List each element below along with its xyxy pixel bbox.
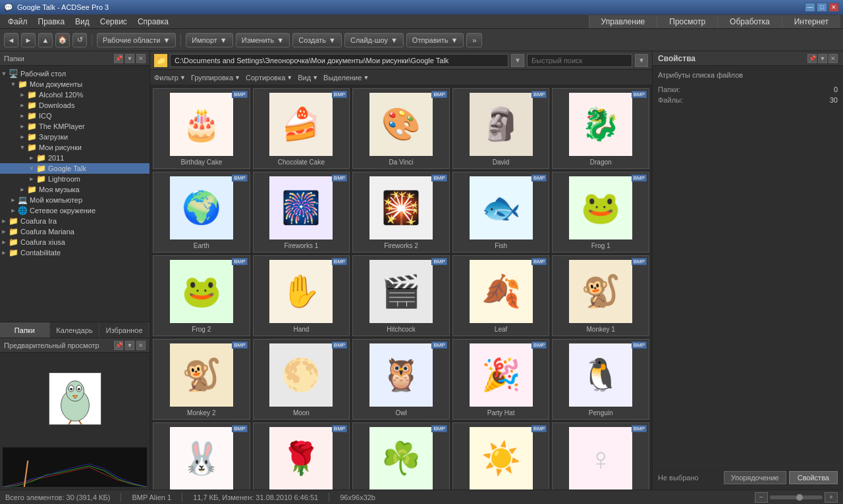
- grid-item[interactable]: BMP 🐧 Penguin: [552, 339, 649, 420]
- preview-pin-button[interactable]: 📌: [114, 341, 123, 350]
- tree-item[interactable]: ► 📁 2011: [0, 153, 150, 163]
- search-button[interactable]: ▼: [635, 54, 648, 67]
- close-button[interactable]: ✕: [829, 3, 839, 12]
- grid-item[interactable]: BMP 🐒 Monkey 2: [153, 339, 250, 420]
- tree-item[interactable]: ► 📁 Alcohol 120%: [0, 89, 150, 100]
- tree-item[interactable]: ► 📁 Lightroom: [0, 174, 150, 184]
- grid-item[interactable]: BMP 🐒 Monkey 1: [552, 255, 649, 336]
- grid-item[interactable]: BMP 🎇 Fireworks 2: [352, 172, 450, 253]
- grid-item[interactable]: BMP 🌹 Rose: [253, 422, 350, 490]
- maximize-button[interactable]: □: [817, 3, 827, 12]
- path-dropdown-button[interactable]: ▼: [511, 54, 524, 67]
- zoom-slider[interactable]: [770, 495, 823, 499]
- refresh-button[interactable]: ↺: [72, 33, 87, 47]
- filter-dropdown[interactable]: Фильтр ▼: [154, 74, 186, 82]
- tab-process[interactable]: Обработка: [717, 15, 782, 28]
- grid-item[interactable]: BMP 🐸 Frog 2: [153, 255, 250, 336]
- properties-button[interactable]: Свойства: [789, 471, 838, 484]
- grid-item[interactable]: BMP 🐸 Frog 1: [552, 172, 649, 253]
- tree-item[interactable]: ▼ 📁 Мои рисунки: [0, 142, 150, 153]
- search-input[interactable]: [527, 54, 632, 67]
- grid-item[interactable]: BMP 🎉 Party Hat: [452, 339, 550, 420]
- grid-item[interactable]: BMP 🦉 Owl: [352, 339, 450, 420]
- props-pin-button[interactable]: 📌: [807, 54, 817, 63]
- zoom-in-button[interactable]: +: [825, 492, 838, 503]
- grid-image-emoji: ✋: [281, 273, 321, 310]
- zoom-out-button[interactable]: −: [755, 492, 768, 503]
- menu-help[interactable]: Справка: [132, 16, 174, 28]
- grid-item[interactable]: BMP ☘️ Shamrock: [352, 422, 450, 490]
- pin-button[interactable]: 📌: [114, 54, 123, 63]
- tab-calendar[interactable]: Календарь: [50, 322, 100, 338]
- tab-internet[interactable]: Интернет: [782, 15, 840, 28]
- home-button[interactable]: 🏠: [55, 33, 70, 47]
- menu-view[interactable]: Вид: [70, 16, 95, 28]
- back-button[interactable]: ◄: [4, 33, 18, 47]
- tree-item[interactable]: ▼ 📁 Мои документы: [0, 79, 150, 89]
- props-menu-button[interactable]: ▼: [818, 54, 827, 63]
- modify-dropdown[interactable]: Изменить ▼: [236, 33, 290, 47]
- tree-item[interactable]: ► 💻 Мой компьютер: [0, 195, 150, 205]
- menu-edit[interactable]: Правка: [33, 16, 70, 28]
- grid-item[interactable]: BMP 🍰 Chocolate Cake: [253, 88, 350, 169]
- tree-item[interactable]: ► 📁 Загрузки: [0, 132, 150, 142]
- preview-menu-button[interactable]: ▼: [125, 341, 134, 350]
- grid-item[interactable]: BMP 🍂 Leaf: [452, 255, 550, 336]
- tree-item[interactable]: ► 📁 Downloads: [0, 100, 150, 111]
- path-input[interactable]: [170, 54, 508, 67]
- tree-item[interactable]: ▼ 🖥️ Рабочий стол: [0, 68, 150, 79]
- props-close-button[interactable]: ✕: [829, 54, 838, 63]
- tree-item[interactable]: ► 📁 Coafura Ira: [0, 216, 150, 226]
- zoom-thumb[interactable]: [796, 494, 803, 501]
- menu-service[interactable]: Сервис: [95, 16, 132, 28]
- import-dropdown[interactable]: Импорт ▼: [186, 33, 232, 47]
- tree-arrow: ►: [18, 91, 26, 99]
- preview-close-button[interactable]: ✕: [136, 341, 146, 350]
- grid-item[interactable]: BMP ♀ Women: [552, 422, 649, 490]
- grid-item[interactable]: BMP 🎨 Da Vinci: [352, 88, 450, 169]
- tree-item[interactable]: ► 📁 Моя музыка: [0, 184, 150, 195]
- grid-item[interactable]: BMP ☀️ Sun: [452, 422, 550, 490]
- tab-folders[interactable]: Папки: [0, 322, 50, 338]
- filter-label: Фильтр: [154, 74, 178, 82]
- panel-close-button[interactable]: ✕: [136, 54, 146, 63]
- tree-item[interactable]: ► 🌐 Сетевое окружение: [0, 205, 150, 216]
- panel-menu-button[interactable]: ▼: [125, 54, 134, 63]
- order-button[interactable]: Упорядочение: [724, 471, 786, 484]
- sort-dropdown[interactable]: Сортировка ▼: [246, 74, 292, 82]
- tree-item[interactable]: ► 📁 Coafura Mariana: [0, 226, 150, 237]
- select-dropdown[interactable]: Выделение ▼: [323, 74, 369, 82]
- grid-item[interactable]: BMP ✋ Hand: [253, 255, 350, 336]
- tree-item[interactable]: ▼ 📁 Google Talk: [0, 163, 150, 174]
- grid-item[interactable]: BMP 🌕 Moon: [253, 339, 350, 420]
- extra-dropdown[interactable]: »: [466, 33, 482, 47]
- slideshow-dropdown[interactable]: Слайд-шоу ▼: [344, 33, 404, 47]
- tab-manage[interactable]: Управление: [589, 15, 657, 28]
- grid-item[interactable]: BMP 🐟 Fish: [452, 172, 550, 253]
- up-button[interactable]: ▲: [38, 33, 53, 47]
- tree-item[interactable]: ► 📁 Coafura xiusa: [0, 237, 150, 247]
- menu-file[interactable]: Файл: [3, 16, 33, 28]
- tree-item[interactable]: ► 📁 Contabilitate: [0, 247, 150, 258]
- grid-item[interactable]: BMP 🐰 Rabbit: [153, 422, 250, 490]
- grid-item[interactable]: BMP 🐉 Dragon: [552, 88, 649, 169]
- send-dropdown[interactable]: Отправить ▼: [406, 33, 464, 47]
- grid-item[interactable]: BMP 🎬 Hitchcock: [352, 255, 450, 336]
- view-dropdown[interactable]: Вид ▼: [298, 74, 318, 82]
- group-dropdown[interactable]: Группировка ▼: [191, 74, 240, 82]
- grid-image-emoji: 🎆: [281, 189, 321, 226]
- grid-item[interactable]: BMP 🌍 Earth: [153, 172, 250, 253]
- grid-item[interactable]: BMP 🎆 Fireworks 1: [253, 172, 350, 253]
- minimize-button[interactable]: —: [805, 3, 815, 12]
- grid-image: 🗿: [470, 93, 533, 156]
- bmp-badge: BMP: [531, 258, 547, 265]
- tree-item[interactable]: ► 📁 ICQ: [0, 111, 150, 121]
- tab-view[interactable]: Просмотр: [657, 15, 717, 28]
- forward-button[interactable]: ►: [21, 33, 36, 47]
- grid-item[interactable]: BMP 🗿 David: [452, 88, 550, 169]
- create-dropdown[interactable]: Создать ▼: [292, 33, 342, 47]
- grid-item[interactable]: BMP 🎂 Birthday Cake: [153, 88, 250, 169]
- tree-item[interactable]: ► 📁 The KMPlayer: [0, 121, 150, 132]
- working-areas-dropdown[interactable]: Рабочие области ▼: [97, 33, 176, 47]
- tab-favorites[interactable]: Избранное: [99, 322, 150, 338]
